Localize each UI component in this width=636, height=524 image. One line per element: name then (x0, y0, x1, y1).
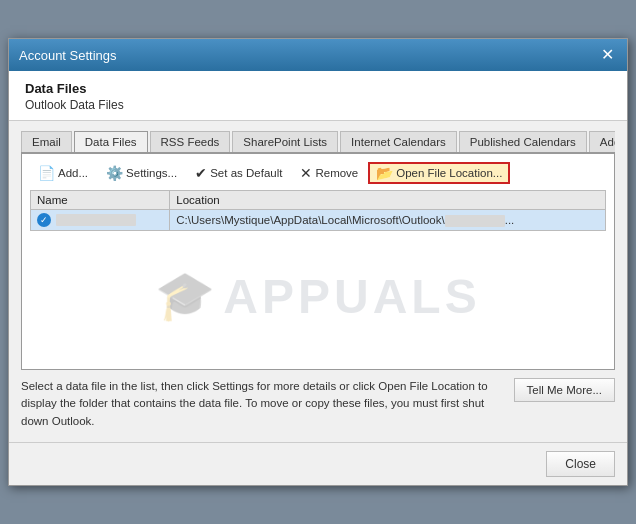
tab-data-files[interactable]: Data Files (74, 131, 148, 154)
account-settings-dialog: Account Settings ✕ Data Files Outlook Da… (8, 38, 628, 486)
help-text: Select a data file in the list, then cli… (21, 378, 504, 430)
tell-me-more-button[interactable]: Tell Me More... (514, 378, 615, 402)
add-button[interactable]: 📄 Add... (30, 162, 96, 184)
window-title: Account Settings (19, 48, 117, 63)
table-row[interactable]: ✓ C:\Users\Mystique\AppData\Local\Micros… (31, 210, 606, 231)
default-indicator: ✓ (37, 213, 51, 227)
column-name: Name (31, 191, 170, 210)
tab-published-calendars[interactable]: Published Calendars (459, 131, 587, 154)
tab-internet-calendars[interactable]: Internet Calendars (340, 131, 457, 154)
tab-panel-data-files: 📄 Add... ⚙️ Settings... ✔ Set as Default… (21, 154, 615, 370)
header-title: Data Files (25, 81, 611, 96)
header-subtitle: Outlook Data Files (25, 98, 611, 112)
remove-button[interactable]: ✕ Remove (292, 162, 366, 184)
settings-icon: ⚙️ (106, 166, 123, 180)
watermark-area: 🎓 APPUALS (30, 231, 606, 361)
dialog-header: Data Files Outlook Data Files (9, 71, 627, 121)
tab-rss-feeds[interactable]: RSS Feeds (150, 131, 231, 154)
dialog-footer: Close (9, 442, 627, 485)
open-file-location-button[interactable]: 📂 Open File Location... (368, 162, 510, 184)
bottom-section: Select a data file in the list, then cli… (21, 370, 615, 432)
tab-sharepoint-lists[interactable]: SharePoint Lists (232, 131, 338, 154)
close-button[interactable]: Close (546, 451, 615, 477)
checkmark-icon: ✔ (195, 166, 207, 180)
watermark: 🎓 APPUALS (155, 268, 480, 324)
title-bar: Account Settings ✕ (9, 39, 627, 71)
remove-icon: ✕ (300, 166, 312, 180)
cell-name: ✓ (31, 210, 170, 231)
set-default-button[interactable]: ✔ Set as Default (187, 162, 290, 184)
watermark-icon: 🎓 (155, 268, 219, 324)
window-close-button[interactable]: ✕ (597, 45, 617, 65)
tab-email[interactable]: Email (21, 131, 72, 154)
settings-button[interactable]: ⚙️ Settings... (98, 162, 185, 184)
tab-address-books[interactable]: Address Books (589, 131, 615, 154)
toolbar: 📄 Add... ⚙️ Settings... ✔ Set as Default… (30, 162, 606, 184)
filename-redacted (445, 215, 505, 227)
name-redacted (56, 214, 136, 226)
folder-icon: 📂 (376, 166, 393, 180)
column-location: Location (170, 191, 606, 210)
dialog-content: Email Data Files RSS Feeds SharePoint Li… (9, 121, 627, 442)
tab-bar: Email Data Files RSS Feeds SharePoint Li… (21, 129, 615, 154)
add-icon: 📄 (38, 166, 55, 180)
cell-location: C:\Users\Mystique\AppData\Local\Microsof… (170, 210, 606, 231)
data-files-table: Name Location ✓ C:\Users\Mystique\AppDat… (30, 190, 606, 231)
